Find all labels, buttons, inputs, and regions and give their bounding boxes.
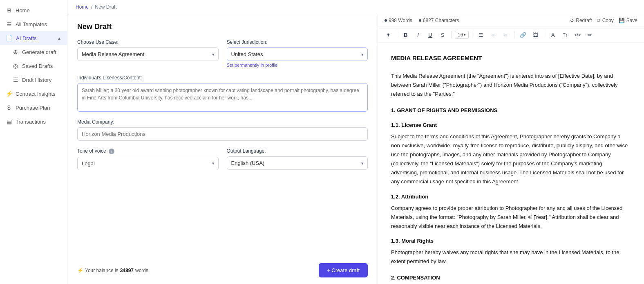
tone-group: Tone of voice i Legal bbox=[77, 148, 219, 170]
doc-section1-3-title: 1.3. Moral Rights bbox=[391, 237, 631, 246]
breadcrumb-home[interactable]: Home bbox=[76, 4, 89, 10]
sidebar-item-home-label: Home bbox=[16, 7, 30, 14]
chars-label: 6827 Characters bbox=[423, 18, 459, 23]
chevron-down-icon: ▾ bbox=[464, 33, 466, 37]
magic-toolbar-btn[interactable]: ✦ bbox=[383, 29, 394, 40]
saved-icon: ◎ bbox=[12, 63, 19, 69]
media-company-label: Media Company: bbox=[77, 119, 368, 125]
doc-stats: 998 Words 6827 Characters bbox=[385, 18, 459, 23]
sidebar-item-contract-insights[interactable]: ⚡ Contract Insights bbox=[0, 87, 67, 101]
words-label: 998 Words bbox=[389, 18, 412, 23]
draft-history-label: Draft History bbox=[22, 77, 51, 83]
highlight-btn[interactable]: ✏ bbox=[584, 29, 595, 40]
sidebar-ai-drafts-header[interactable]: 📄 AI Drafts ▲ bbox=[0, 31, 67, 45]
sidebar-ai-drafts-label: AI Drafts bbox=[16, 35, 37, 41]
strikethrough-btn[interactable]: S bbox=[437, 29, 448, 40]
plus-circle-icon: ⊕ bbox=[12, 49, 19, 55]
tone-select-wrapper[interactable]: Legal bbox=[77, 157, 219, 170]
sidebar-item-draft-history[interactable]: ☰ Draft History bbox=[0, 73, 67, 87]
lightning-icon: ⚡ bbox=[6, 90, 12, 97]
align-btn[interactable]: ≡ bbox=[500, 29, 511, 40]
use-case-select[interactable]: Media Release Agreement bbox=[77, 47, 219, 61]
separator4 bbox=[514, 31, 514, 38]
home-icon: ⊞ bbox=[6, 7, 12, 14]
tone-info-icon[interactable]: i bbox=[109, 149, 114, 154]
sidebar-item-purchase-plan[interactable]: $ Purchase Plan bbox=[0, 101, 67, 115]
doc-section1-1-text: Subject to the terms and conditions of t… bbox=[391, 132, 631, 187]
text-format-btn[interactable]: T↕ bbox=[560, 29, 570, 40]
form-inner: New Draft Choose Use Case: Media Release… bbox=[67, 14, 378, 257]
font-size-selector[interactable]: 16 ▾ bbox=[455, 31, 469, 39]
ai-drafts-submenu: ⊕ Generate draft ◎ Saved Drafts ☰ Draft … bbox=[0, 45, 67, 87]
output-language-select[interactable]: English (USA) bbox=[227, 156, 368, 170]
copy-label: Copy bbox=[602, 18, 614, 23]
chevron-up-icon: ▲ bbox=[57, 36, 61, 41]
image-btn[interactable]: 🖼 bbox=[530, 29, 541, 40]
redraft-label: Redraft bbox=[576, 18, 592, 23]
bolt-icon: ⚡ bbox=[77, 268, 83, 273]
link-btn[interactable]: 🔗 bbox=[518, 29, 528, 40]
italic-btn[interactable]: I bbox=[413, 29, 423, 40]
form-title: New Draft bbox=[77, 23, 368, 31]
sidebar: ⊞ Home ☰ All Templates 📄 AI Drafts ▲ ⊕ G… bbox=[0, 0, 67, 284]
jurisdiction-label: Select Jurisdiction: bbox=[227, 39, 368, 45]
sidebar-item-all-templates[interactable]: ☰ All Templates bbox=[0, 17, 67, 31]
save-icon: 💾 bbox=[619, 18, 625, 23]
font-size-value: 16 bbox=[458, 32, 463, 38]
copy-icon: ⧉ bbox=[597, 18, 601, 23]
code-btn[interactable]: </> bbox=[572, 29, 583, 40]
jurisdiction-select[interactable]: United States bbox=[227, 47, 368, 61]
set-permanently-link[interactable]: Set permanently in profile bbox=[227, 63, 368, 68]
individual-likeness-group: Individual's Likeness/Content: bbox=[77, 75, 368, 112]
use-case-label: Choose Use Case: bbox=[77, 39, 219, 45]
create-draft-button[interactable]: + Create draft bbox=[319, 263, 368, 277]
sidebar-item-saved-drafts[interactable]: ◎ Saved Drafts bbox=[0, 59, 67, 73]
save-label: Save bbox=[626, 18, 637, 23]
saved-drafts-label: Saved Drafts bbox=[22, 63, 53, 69]
underline-btn[interactable]: U bbox=[425, 29, 436, 40]
use-case-select-wrapper[interactable]: Media Release Agreement bbox=[77, 47, 219, 61]
separator1 bbox=[397, 31, 397, 38]
doc-section1-3-text: Photographer hereby waives any moral rig… bbox=[391, 248, 631, 266]
redraft-button[interactable]: ↺ Redraft bbox=[570, 18, 592, 23]
output-language-select-wrapper[interactable]: English (USA) bbox=[227, 156, 368, 170]
media-company-input[interactable] bbox=[77, 127, 368, 141]
list-icon: ☰ bbox=[6, 21, 12, 27]
separator3 bbox=[472, 31, 472, 38]
ai-drafts-icon: 📄 bbox=[6, 35, 13, 41]
bold-btn[interactable]: B bbox=[400, 29, 411, 40]
word-count-stat: 998 Words bbox=[385, 18, 412, 23]
text-color-btn[interactable]: A bbox=[548, 29, 558, 40]
media-company-group: Media Company: bbox=[77, 119, 368, 141]
individual-likeness-textarea[interactable] bbox=[77, 83, 368, 112]
doc-section2-title: 2. COMPENSATION bbox=[391, 273, 631, 282]
main-content: Home / New Draft New Draft Choose Use Ca… bbox=[67, 0, 644, 284]
generate-draft-label: Generate draft bbox=[22, 49, 56, 55]
tone-label: Tone of voice i bbox=[77, 148, 219, 154]
jurisdiction-select-wrapper[interactable]: United States bbox=[227, 47, 368, 61]
ai-drafts-left: 📄 AI Drafts bbox=[6, 35, 37, 41]
individual-likeness-label: Individual's Likeness/Content: bbox=[77, 75, 368, 81]
sidebar-item-home[interactable]: ⊞ Home bbox=[0, 3, 67, 17]
balance-suffix: words bbox=[135, 268, 148, 273]
jurisdiction-group: Select Jurisdiction: United States Set p… bbox=[227, 39, 368, 68]
use-case-group: Choose Use Case: Media Release Agreement bbox=[77, 39, 219, 68]
sidebar-item-transactions[interactable]: ▤ Transactions bbox=[0, 115, 67, 128]
dot-icon bbox=[385, 19, 387, 22]
separator2 bbox=[451, 31, 452, 38]
transactions-label: Transactions bbox=[16, 119, 46, 125]
save-button[interactable]: 💾 Save bbox=[619, 18, 637, 23]
redraft-icon: ↺ bbox=[570, 18, 574, 23]
sidebar-item-generate-draft[interactable]: ⊕ Generate draft bbox=[0, 45, 67, 59]
form-panel: New Draft Choose Use Case: Media Release… bbox=[67, 14, 378, 284]
unordered-list-btn[interactable]: ☰ bbox=[476, 29, 486, 40]
history-icon: ☰ bbox=[12, 77, 19, 83]
copy-button[interactable]: ⧉ Copy bbox=[597, 18, 614, 23]
doc-toolbar: 998 Words 6827 Characters ↺ Redraft ⧉ Co… bbox=[378, 14, 644, 27]
ordered-list-btn[interactable]: ≡ bbox=[488, 29, 499, 40]
transactions-icon: ▤ bbox=[6, 118, 12, 125]
balance-prefix: Your balance is bbox=[85, 268, 119, 273]
tone-select[interactable]: Legal bbox=[77, 157, 219, 170]
breadcrumb: Home / New Draft bbox=[67, 0, 644, 14]
doc-content: MEDIA RELEASE AGREEMENT This Media Relea… bbox=[378, 43, 644, 284]
